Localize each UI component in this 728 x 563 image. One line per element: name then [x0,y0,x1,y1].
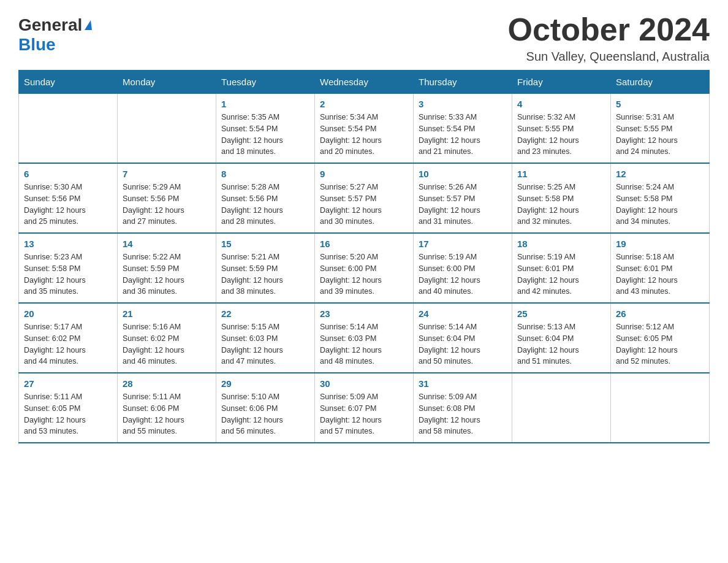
day-number: 7 [123,169,211,179]
day-number: 27 [24,378,112,389]
day-info: Sunrise: 5:32 AM Sunset: 5:55 PM Dayligh… [517,112,605,158]
calendar-cell: 16Sunrise: 5:20 AM Sunset: 6:00 PM Dayli… [315,233,414,303]
day-info: Sunrise: 5:15 AM Sunset: 6:03 PM Dayligh… [221,321,309,367]
calendar-cell: 30Sunrise: 5:09 AM Sunset: 6:07 PM Dayli… [315,373,414,443]
week-row: 1Sunrise: 5:35 AM Sunset: 5:54 PM Daylig… [19,94,710,164]
day-number: 1 [221,99,309,109]
day-info: Sunrise: 5:35 AM Sunset: 5:54 PM Dayligh… [221,112,309,158]
day-info: Sunrise: 5:13 AM Sunset: 6:04 PM Dayligh… [517,321,605,367]
day-number: 13 [24,239,112,249]
calendar-cell: 12Sunrise: 5:24 AM Sunset: 5:58 PM Dayli… [611,163,710,233]
calendar-cell [118,94,216,164]
day-info: Sunrise: 5:14 AM Sunset: 6:03 PM Dayligh… [320,321,408,367]
day-info: Sunrise: 5:25 AM Sunset: 5:58 PM Dayligh… [517,182,605,228]
calendar-cell: 31Sunrise: 5:09 AM Sunset: 6:08 PM Dayli… [414,373,512,443]
calendar-cell: 2Sunrise: 5:34 AM Sunset: 5:54 PM Daylig… [315,94,414,164]
day-info: Sunrise: 5:31 AM Sunset: 5:55 PM Dayligh… [616,112,704,158]
calendar-cell: 27Sunrise: 5:11 AM Sunset: 6:05 PM Dayli… [19,373,118,443]
day-of-week-header: Tuesday [216,71,315,94]
calendar-cell: 28Sunrise: 5:11 AM Sunset: 6:06 PM Dayli… [118,373,216,443]
calendar-cell: 17Sunrise: 5:19 AM Sunset: 6:00 PM Dayli… [414,233,512,303]
day-number: 31 [419,378,507,389]
day-number: 16 [320,239,408,249]
day-info: Sunrise: 5:18 AM Sunset: 6:01 PM Dayligh… [616,251,704,297]
calendar-cell [19,94,118,164]
page-header: General Blue October 2024 Sun Valley, Qu… [18,12,710,64]
calendar-cell [512,373,611,443]
day-number: 10 [419,169,507,179]
day-number: 9 [320,169,408,179]
day-number: 20 [24,308,112,319]
day-number: 18 [517,239,605,249]
day-number: 14 [123,239,211,249]
day-info: Sunrise: 5:23 AM Sunset: 5:58 PM Dayligh… [24,251,112,297]
location-text: Sun Valley, Queensland, Australia [508,50,710,64]
day-info: Sunrise: 5:24 AM Sunset: 5:58 PM Dayligh… [616,182,704,228]
day-info: Sunrise: 5:27 AM Sunset: 5:57 PM Dayligh… [320,182,408,228]
calendar-cell: 9Sunrise: 5:27 AM Sunset: 5:57 PM Daylig… [315,163,414,233]
day-number: 11 [517,169,605,179]
day-info: Sunrise: 5:12 AM Sunset: 6:05 PM Dayligh… [616,321,704,367]
calendar-cell: 25Sunrise: 5:13 AM Sunset: 6:04 PM Dayli… [512,303,611,373]
logo: General Blue [18,12,92,55]
calendar-cell: 29Sunrise: 5:10 AM Sunset: 6:06 PM Dayli… [216,373,315,443]
calendar-cell: 6Sunrise: 5:30 AM Sunset: 5:56 PM Daylig… [19,163,118,233]
calendar-cell: 14Sunrise: 5:22 AM Sunset: 5:59 PM Dayli… [118,233,216,303]
days-of-week-header: SundayMondayTuesdayWednesdayThursdayFrid… [19,71,710,94]
day-info: Sunrise: 5:14 AM Sunset: 6:04 PM Dayligh… [419,321,507,367]
day-info: Sunrise: 5:19 AM Sunset: 6:01 PM Dayligh… [517,251,605,297]
calendar-cell: 19Sunrise: 5:18 AM Sunset: 6:01 PM Dayli… [611,233,710,303]
day-number: 26 [616,308,704,319]
calendar-cell: 11Sunrise: 5:25 AM Sunset: 5:58 PM Dayli… [512,163,611,233]
calendar-cell: 4Sunrise: 5:32 AM Sunset: 5:55 PM Daylig… [512,94,611,164]
day-info: Sunrise: 5:11 AM Sunset: 6:05 PM Dayligh… [24,391,112,437]
day-number: 22 [221,308,309,319]
day-info: Sunrise: 5:20 AM Sunset: 6:00 PM Dayligh… [320,251,408,297]
day-info: Sunrise: 5:30 AM Sunset: 5:56 PM Dayligh… [24,182,112,228]
calendar-cell: 1Sunrise: 5:35 AM Sunset: 5:54 PM Daylig… [216,94,315,164]
day-of-week-header: Wednesday [315,71,414,94]
day-info: Sunrise: 5:29 AM Sunset: 5:56 PM Dayligh… [123,182,211,228]
day-of-week-header: Monday [118,71,216,94]
day-number: 4 [517,99,605,109]
calendar-cell: 26Sunrise: 5:12 AM Sunset: 6:05 PM Dayli… [611,303,710,373]
day-number: 23 [320,308,408,319]
day-number: 30 [320,378,408,389]
day-of-week-header: Thursday [414,71,512,94]
day-number: 19 [616,239,704,249]
week-row: 6Sunrise: 5:30 AM Sunset: 5:56 PM Daylig… [19,163,710,233]
day-number: 17 [419,239,507,249]
calendar-cell: 5Sunrise: 5:31 AM Sunset: 5:55 PM Daylig… [611,94,710,164]
day-info: Sunrise: 5:11 AM Sunset: 6:06 PM Dayligh… [123,391,211,437]
day-info: Sunrise: 5:19 AM Sunset: 6:00 PM Dayligh… [419,251,507,297]
logo-general-text: General [18,15,82,35]
day-number: 8 [221,169,309,179]
calendar-cell: 21Sunrise: 5:16 AM Sunset: 6:02 PM Dayli… [118,303,216,373]
calendar-table: SundayMondayTuesdayWednesdayThursdayFrid… [18,70,710,443]
day-info: Sunrise: 5:33 AM Sunset: 5:54 PM Dayligh… [419,112,507,158]
day-info: Sunrise: 5:28 AM Sunset: 5:56 PM Dayligh… [221,182,309,228]
calendar-cell: 10Sunrise: 5:26 AM Sunset: 5:57 PM Dayli… [414,163,512,233]
day-number: 29 [221,378,309,389]
day-info: Sunrise: 5:34 AM Sunset: 5:54 PM Dayligh… [320,112,408,158]
day-of-week-header: Sunday [19,71,118,94]
calendar-cell: 24Sunrise: 5:14 AM Sunset: 6:04 PM Dayli… [414,303,512,373]
day-info: Sunrise: 5:22 AM Sunset: 5:59 PM Dayligh… [123,251,211,297]
week-row: 13Sunrise: 5:23 AM Sunset: 5:58 PM Dayli… [19,233,710,303]
day-number: 5 [616,99,704,109]
logo-arrow-icon [85,20,92,30]
day-number: 25 [517,308,605,319]
week-row: 27Sunrise: 5:11 AM Sunset: 6:05 PM Dayli… [19,373,710,443]
day-of-week-header: Friday [512,71,611,94]
day-info: Sunrise: 5:10 AM Sunset: 6:06 PM Dayligh… [221,391,309,437]
month-title: October 2024 [508,12,710,47]
day-number: 3 [419,99,507,109]
calendar-cell: 18Sunrise: 5:19 AM Sunset: 6:01 PM Dayli… [512,233,611,303]
calendar-cell: 3Sunrise: 5:33 AM Sunset: 5:54 PM Daylig… [414,94,512,164]
calendar-cell: 23Sunrise: 5:14 AM Sunset: 6:03 PM Dayli… [315,303,414,373]
calendar-cell: 20Sunrise: 5:17 AM Sunset: 6:02 PM Dayli… [19,303,118,373]
calendar-cell: 7Sunrise: 5:29 AM Sunset: 5:56 PM Daylig… [118,163,216,233]
logo-blue-text: Blue [18,35,56,54]
day-number: 2 [320,99,408,109]
day-info: Sunrise: 5:26 AM Sunset: 5:57 PM Dayligh… [419,182,507,228]
